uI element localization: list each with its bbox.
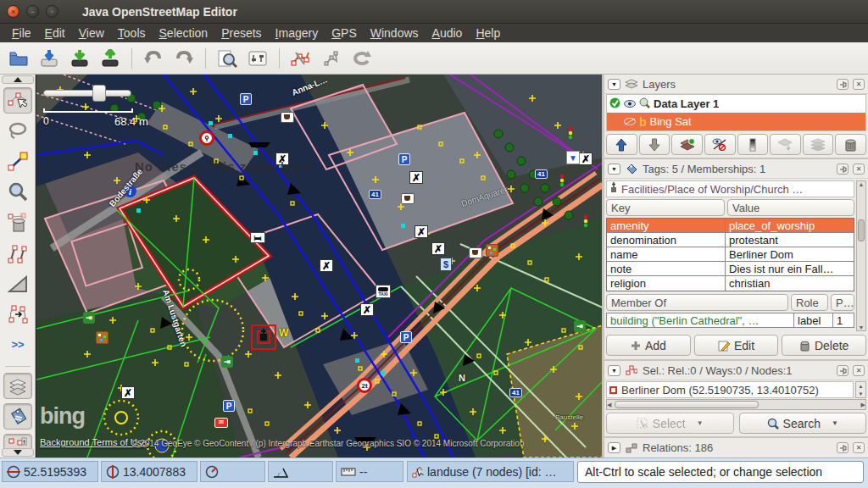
relations-pin-button[interactable] [837,442,849,453]
layer-hidden-icon[interactable] [624,115,636,128]
taxi-icon: TAXI [376,285,391,298]
parallel-way-tool-button[interactable] [3,240,32,266]
relations-expand-button[interactable]: ▶ [608,442,620,453]
tag-row[interactable]: nameBerliner Dom [607,247,854,262]
parking-icon: P [398,153,410,165]
layers-panel-toggle[interactable] [3,373,32,399]
layer-move-down-button[interactable] [639,134,670,155]
layer-delete-button[interactable] [835,134,866,155]
selection-collapse-button[interactable]: ▼ [608,365,620,376]
menu-edit[interactable]: Edit [38,25,72,41]
minimize-window-button[interactable]: − [26,5,39,18]
church-preset-icon [609,182,618,196]
relation-toolbox-button[interactable] [318,46,345,71]
menu-bar: File Edit View Tools Selection Presets I… [0,24,868,42]
position-header[interactable]: P… [831,294,854,311]
tag-row[interactable]: denominationprotestant [607,233,854,247]
search-dropdown-arrow[interactable]: ▼ [832,419,838,427]
open-file-button[interactable] [5,46,32,71]
tag-row[interactable]: amenityplace_of_worship [607,219,854,233]
layer-visible-icon[interactable] [624,97,636,110]
redo-button[interactable] [170,46,198,71]
layer-move-up-button[interactable] [606,134,637,155]
selected-node-berliner-dom[interactable] [251,324,276,350]
tag-row[interactable]: noteDies ist nur ein Fall… [607,262,854,276]
selection-hscrollbar[interactable]: ◀▶ [606,399,866,410]
zoom-tool-button[interactable] [3,179,32,205]
add-tag-button[interactable]: Add [606,335,691,356]
layer-duplicate-button[interactable] [770,134,801,155]
select-dropdown-arrow[interactable]: ▼ [697,419,704,427]
map-viewport[interactable]: W N P P P P ✗ ✗ ✗ ✗ ✗ ✗ ✗ ✗ 41 41 41 2t … [36,75,602,458]
tag-row[interactable]: religionchristian [607,276,854,291]
layer-row-data-layer[interactable]: Data Layer 1 [607,95,865,113]
menu-file[interactable]: File [5,25,38,41]
layer-opacity-button[interactable] [737,134,769,155]
close-window-button[interactable]: × [7,5,19,18]
angle-readout [268,461,333,482]
preferences-button[interactable] [244,46,271,71]
mappaint-style-button[interactable] [287,46,314,71]
layers-pin-button[interactable] [837,79,849,90]
zoom-slider[interactable] [43,90,131,97]
layers-collapse-button[interactable]: ▼ [608,79,620,90]
download-along-button[interactable] [66,46,93,71]
preset-link[interactable]: Facilities/Place of Worship/Church … [606,180,854,197]
edit-toolbar: >> [0,75,36,458]
zoom-slider-handle[interactable] [92,85,106,102]
selection-list-item[interactable]: Berliner Dom (52.5190735, 13.4010752) [606,381,854,398]
tags-scrollbar[interactable]: ▲▼ [856,180,866,331]
menu-help[interactable]: Help [469,25,507,41]
draw-tool-button[interactable] [3,148,32,175]
refresh-button[interactable] [348,46,376,71]
longitude-readout: 13.4007883 [101,461,198,482]
tags-pin-button[interactable] [837,164,849,175]
delete-tag-button[interactable]: Delete [782,335,866,356]
collapse-toolbar-bottom-button[interactable] [2,448,34,457]
relations-close-button[interactable]: ✕ [853,442,865,453]
key-column-header[interactable]: Key [606,199,725,216]
delete-tool-button[interactable] [3,209,32,236]
menu-imagery[interactable]: Imagery [269,25,326,41]
search-button-panel[interactable]: Search ▼ [739,413,867,434]
selection-close-button[interactable]: ✕ [853,365,865,376]
entrance-icon: ⇥ [574,320,586,332]
selection-list-spinner[interactable]: ▲▼ [855,381,866,398]
menu-presets[interactable]: Presets [214,25,268,41]
select-button[interactable]: Select ▼ [606,413,734,434]
upload-button[interactable] [97,46,124,71]
tags-panel-toggle[interactable] [3,403,32,430]
layer-merge-button[interactable] [803,134,834,155]
undo-button[interactable] [140,46,167,71]
tags-close-button[interactable]: ✕ [853,164,865,175]
layers-close-button[interactable]: ✕ [853,79,865,90]
selection-pin-button[interactable] [837,365,849,376]
menu-gps[interactable]: GPS [325,25,364,41]
search-button[interactable] [214,46,241,71]
status-hint: Alt-Ctrl to scale selected; or change se… [577,461,864,483]
collapse-toolbar-button[interactable] [2,75,34,84]
menu-audio[interactable]: Audio [426,25,470,41]
menu-tools[interactable]: Tools [111,25,153,41]
select-tool-button[interactable] [3,87,32,114]
more-tools-button[interactable]: >> [3,331,32,358]
role-header[interactable]: Role [791,294,828,311]
lasso-tool-button[interactable] [3,118,32,144]
scale-zero-label: 0 [43,115,49,127]
layer-row-bing-sat[interactable]: b Bing Sat [607,113,865,130]
value-column-header[interactable]: Value [727,199,854,216]
membership-row[interactable]: building ("Berlin Cathedral", … label 1 [606,313,854,328]
angle-icon [273,466,288,478]
member-of-header[interactable]: Member Of [606,294,788,311]
menu-selection[interactable]: Selection [153,25,215,41]
maximize-window-button[interactable]: ▫ [46,5,58,18]
tags-collapse-button[interactable]: ▼ [608,164,620,175]
improve-accuracy-tool-button[interactable] [3,301,32,327]
menu-view[interactable]: View [72,25,111,41]
download-data-button[interactable] [36,46,63,71]
layer-activate-button[interactable] [671,134,703,155]
edit-tag-button[interactable]: Edit [694,335,779,356]
menu-windows[interactable]: Windows [364,25,426,41]
layer-visibility-button[interactable] [704,134,736,155]
extrude-tool-button[interactable] [3,270,32,297]
